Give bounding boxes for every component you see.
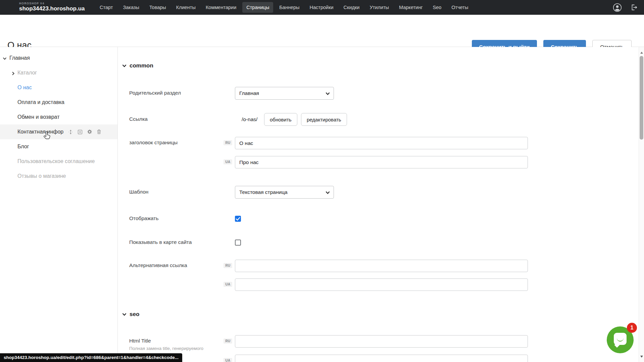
page-title-label: заголовок страницы [129, 140, 178, 146]
brand-version: HOROSHOP V4 [19, 2, 85, 5]
nav-orders[interactable]: Заказы [119, 2, 143, 13]
html-title-hint: Полная замена title, генерируемого [129, 346, 203, 351]
nav-comments[interactable]: Комментарии [202, 2, 240, 13]
tree-item-label: Отзывы о магазине [17, 173, 66, 179]
nav-products[interactable]: Товары [145, 2, 170, 13]
logout-icon[interactable] [630, 3, 638, 11]
lang-ua-badge: UA [224, 358, 232, 362]
vertical-scrollbar [639, 47, 644, 362]
tree-item-label: Контактная инфор [17, 129, 63, 135]
nav-pages[interactable]: Страницы [242, 2, 273, 13]
alt-link-label: Альтернативная ссылка [129, 262, 187, 268]
alt-link-ua-input[interactable] [235, 278, 528, 291]
page-title-ru-input[interactable] [235, 137, 528, 149]
page-title-ua-input[interactable] [235, 156, 528, 168]
template-label: Шаблон [129, 189, 148, 195]
lang-ua-badge: UA [224, 282, 232, 287]
template-select[interactable]: Текстовая страница [235, 186, 334, 199]
tree-item-label: Обмен и возврат [17, 114, 59, 120]
section-common-toggle[interactable]: common [122, 62, 153, 69]
link-label: Ссылка [129, 116, 148, 122]
lang-ua-badge: UA [224, 159, 232, 164]
lang-ru-badge: RU [224, 339, 232, 344]
sitemap-label: Показывать в карте сайта [129, 239, 192, 245]
brand-domain: shop34423.horoshop.ua [19, 5, 85, 12]
nav-settings[interactable]: Настройки [305, 2, 337, 13]
tree-item-otzyvy[interactable]: Отзывы о магазине [0, 169, 117, 184]
section-seo-title: seo [130, 311, 139, 318]
tree-item-blog[interactable]: Блог [0, 139, 117, 154]
settings-gear-icon[interactable] [87, 129, 92, 135]
tree-item-oplata[interactable]: Оплата и доставка [0, 95, 117, 110]
parent-section-label: Родительский раздел [129, 90, 181, 96]
chevron-down-icon [326, 92, 330, 96]
chevron-right-icon[interactable] [11, 71, 15, 77]
section-common-title: common [130, 62, 153, 69]
lang-ru-badge: RU [224, 263, 232, 268]
tree-item-katalog[interactable]: Каталог [0, 65, 117, 80]
tree-item-label: Блог [17, 144, 29, 150]
parent-section-value: Главная [239, 90, 259, 96]
lang-ru-badge: RU [224, 140, 232, 145]
parent-section-select[interactable]: Главная [235, 87, 334, 100]
scroll-down-icon[interactable] [640, 353, 643, 359]
chevron-down-icon[interactable] [3, 56, 7, 62]
nav-discounts[interactable]: Скидки [340, 2, 364, 13]
chat-unread-badge: 1 [627, 323, 637, 333]
nav-utilities[interactable]: Утилиты [365, 2, 393, 13]
topbar: HOROSHOP V4 shop34423.horoshop.ua Старт … [0, 0, 644, 15]
html-title-label: Html Title [129, 338, 151, 344]
brand-logo[interactable]: HOROSHOP V4 shop34423.horoshop.ua [19, 2, 85, 12]
nav-reports[interactable]: Отчеты [447, 2, 472, 13]
tree-item-label: Оплата и доставка [17, 99, 64, 105]
account-icon[interactable] [613, 3, 622, 12]
nav-banners[interactable]: Баннеры [275, 2, 303, 13]
add-page-icon[interactable] [78, 130, 83, 135]
link-edit-button[interactable]: редактировать [301, 113, 347, 126]
status-url-tooltip: shop34423.horoshop.ua/edit/edit.php?id=6… [0, 353, 182, 362]
section-seo-toggle[interactable]: seo [122, 311, 139, 318]
template-value: Текстовая страница [239, 189, 288, 195]
display-checkbox[interactable] [235, 216, 241, 222]
pages-tree-sidebar: Главная Каталог О нас Оплата и доставка … [0, 47, 118, 362]
tree-item-label: О нас [17, 85, 32, 91]
html-title-ua-input[interactable] [235, 355, 528, 362]
top-navigation: Старт Заказы Товары Клиенты Комментарии … [95, 0, 473, 15]
page-edit-form: common Родительский раздел Главная Ссылк… [118, 47, 639, 362]
link-path: /o-nas/ [242, 116, 257, 122]
link-refresh-button[interactable]: обновить [264, 113, 297, 126]
nav-marketing[interactable]: Маркетинг [395, 2, 427, 13]
html-title-ru-input[interactable] [235, 335, 528, 348]
sitemap-checkbox[interactable] [235, 240, 241, 246]
tree-item-o-nas[interactable]: О нас [0, 80, 117, 95]
display-label: Отображать [129, 215, 159, 221]
nav-clients[interactable]: Клиенты [172, 2, 200, 13]
scroll-up-icon[interactable] [640, 49, 643, 55]
tree-item-label: Каталог [17, 70, 37, 76]
page-header: О нас Сохранить и выйти Сохранить Отмени… [0, 15, 644, 47]
tree-item-label: Главная [9, 55, 30, 61]
nav-seo[interactable]: Seo [429, 2, 446, 13]
delete-trash-icon[interactable] [97, 129, 101, 135]
tree-item-obmen[interactable]: Обмен и возврат [0, 110, 117, 124]
chevron-down-icon [326, 191, 330, 195]
tree-item-polzovatelskoe[interactable]: Пользовательское соглашение [0, 154, 117, 169]
tree-item-label: Пользовательское соглашение [17, 158, 95, 164]
nav-start[interactable]: Старт [96, 2, 117, 13]
alt-link-ru-input[interactable] [235, 260, 528, 272]
move-icon[interactable] [68, 130, 73, 135]
tree-item-glavnaya[interactable]: Главная [0, 51, 117, 65]
tree-item-kontaktnaya[interactable]: Контактная инфор [0, 124, 117, 139]
check-icon [235, 216, 241, 222]
scrollbar-thumb[interactable] [640, 56, 643, 140]
